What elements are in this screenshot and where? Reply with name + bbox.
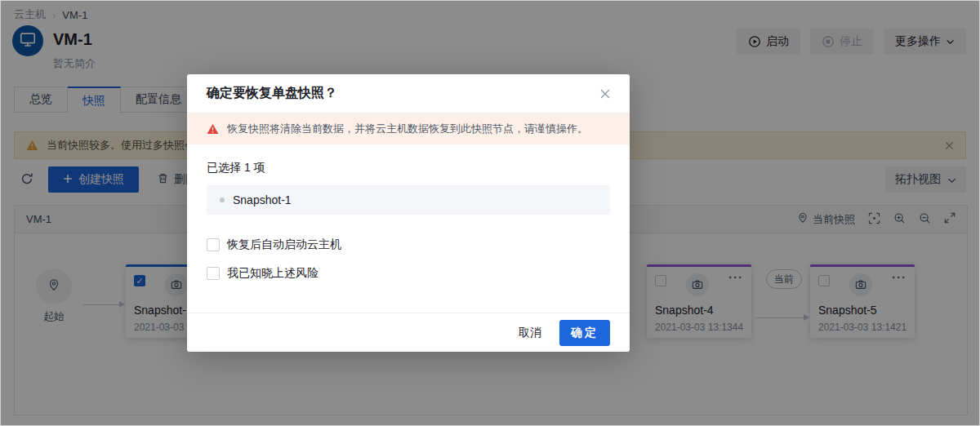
modal-title: 确定要恢复单盘快照？ [207,85,600,102]
selected-count-label: 已选择 1 项 [207,161,610,175]
modal-footer: 取消 确定 [187,313,630,352]
risk-checkbox-row[interactable]: 我已知晓上述风险 [207,266,610,281]
confirm-button[interactable]: 确定 [559,320,610,346]
close-icon[interactable] [600,89,610,99]
autostart-checkbox-row[interactable]: 恢复后自动启动云主机 [207,237,610,252]
modal-warning-alert: 恢复快照将清除当前数据，并将云主机数据恢复到此快照节点，请谨慎操作。 [187,113,630,144]
bullet-dot [220,197,225,202]
selected-snapshot-name: Snapshot-1 [233,193,292,206]
alert-triangle-icon [207,123,219,135]
modal-body: 已选择 1 项 Snapshot-1 恢复后自动启动云主机 我已知晓上述风险 [187,144,630,281]
restore-snapshot-modal: 确定要恢复单盘快照？ 恢复快照将清除当前数据，并将云主机数据恢复到此快照节点，请… [187,74,630,352]
risk-checkbox[interactable] [207,267,220,280]
alert-text: 恢复快照将清除当前数据，并将云主机数据恢复到此快照节点，请谨慎操作。 [227,122,588,136]
autostart-checkbox-label: 恢复后自动启动云主机 [227,237,341,252]
risk-checkbox-label: 我已知晓上述风险 [227,266,318,281]
modal-header: 确定要恢复单盘快照？ [187,74,630,113]
autostart-checkbox[interactable] [207,238,220,251]
page: 云主机 › VM-1 VM-1 暂无简介 启动 停止 更多操作 总览 快照 配置… [0,0,980,426]
cancel-button[interactable]: 取消 [519,326,541,340]
selected-snapshot-row: Snapshot-1 [207,185,610,215]
